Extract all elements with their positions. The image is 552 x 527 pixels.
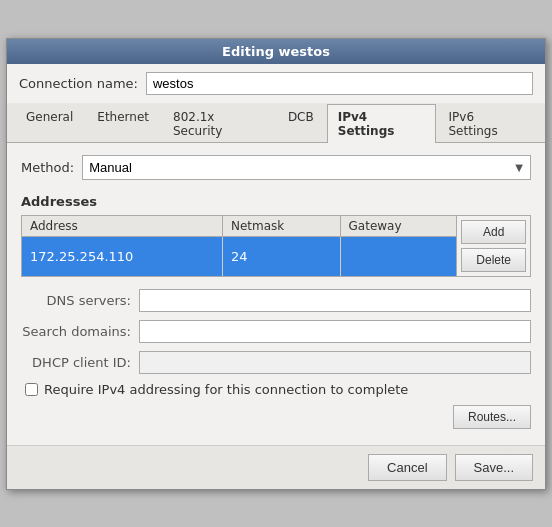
col-gateway: Gateway xyxy=(340,216,456,237)
main-content: Method: Manual Automatic (DHCP) Link-Loc… xyxy=(7,143,545,445)
search-domains-row: Search domains: xyxy=(21,320,531,343)
dialog-title: Editing westos xyxy=(7,39,545,64)
routes-row: Routes... xyxy=(21,405,531,429)
connection-name-label: Connection name: xyxy=(19,76,138,91)
method-row: Method: Manual Automatic (DHCP) Link-Loc… xyxy=(21,155,531,180)
method-select-wrapper: Manual Automatic (DHCP) Link-Local Only … xyxy=(82,155,531,180)
table-buttons: Add Delete xyxy=(456,216,530,276)
form-fields: DNS servers: Search domains: DHCP client… xyxy=(21,289,531,374)
search-domains-label: Search domains: xyxy=(21,324,131,339)
bottom-buttons: Cancel Save... xyxy=(7,445,545,489)
tabs-bar: General Ethernet 802.1x Security DCB IPv… xyxy=(7,103,545,143)
addresses-table-wrapper: Address Netmask Gateway 172.25.254.110 2… xyxy=(21,215,531,277)
tab-ethernet[interactable]: Ethernet xyxy=(86,104,160,143)
table-row[interactable]: 172.25.254.110 24 xyxy=(22,236,456,276)
method-select[interactable]: Manual Automatic (DHCP) Link-Local Only … xyxy=(82,155,531,180)
ipv4-require-checkbox[interactable] xyxy=(25,383,38,396)
tab-dcb[interactable]: DCB xyxy=(277,104,325,143)
dialog: Editing westos Connection name: General … xyxy=(6,38,546,490)
addresses-title: Addresses xyxy=(21,194,531,209)
method-label: Method: xyxy=(21,160,74,175)
connection-name-row: Connection name: xyxy=(7,64,545,103)
checkbox-row: Require IPv4 addressing for this connect… xyxy=(21,382,531,397)
cell-netmask: 24 xyxy=(222,236,340,276)
ipv4-require-label: Require IPv4 addressing for this connect… xyxy=(44,382,408,397)
cell-gateway xyxy=(340,236,456,276)
save-button[interactable]: Save... xyxy=(455,454,533,481)
tab-8021x-security[interactable]: 802.1x Security xyxy=(162,104,275,143)
dhcp-client-id-input[interactable] xyxy=(139,351,531,374)
dns-servers-label: DNS servers: xyxy=(21,293,131,308)
addresses-section: Addresses Address Netmask Gateway 172.25… xyxy=(21,194,531,277)
col-netmask: Netmask xyxy=(222,216,340,237)
search-domains-input[interactable] xyxy=(139,320,531,343)
cell-address: 172.25.254.110 xyxy=(22,236,222,276)
cancel-button[interactable]: Cancel xyxy=(368,454,446,481)
tab-ipv6-settings[interactable]: IPv6 Settings xyxy=(438,104,536,143)
dns-servers-input[interactable] xyxy=(139,289,531,312)
dhcp-client-id-row: DHCP client ID: xyxy=(21,351,531,374)
add-button[interactable]: Add xyxy=(461,220,526,244)
connection-name-input[interactable] xyxy=(146,72,533,95)
col-address: Address xyxy=(22,216,222,237)
routes-button[interactable]: Routes... xyxy=(453,405,531,429)
tab-ipv4-settings[interactable]: IPv4 Settings xyxy=(327,104,436,143)
dns-servers-row: DNS servers: xyxy=(21,289,531,312)
tab-general[interactable]: General xyxy=(15,104,84,143)
delete-button[interactable]: Delete xyxy=(461,248,526,272)
dhcp-client-id-label: DHCP client ID: xyxy=(21,355,131,370)
addresses-table: Address Netmask Gateway 172.25.254.110 2… xyxy=(22,216,456,276)
